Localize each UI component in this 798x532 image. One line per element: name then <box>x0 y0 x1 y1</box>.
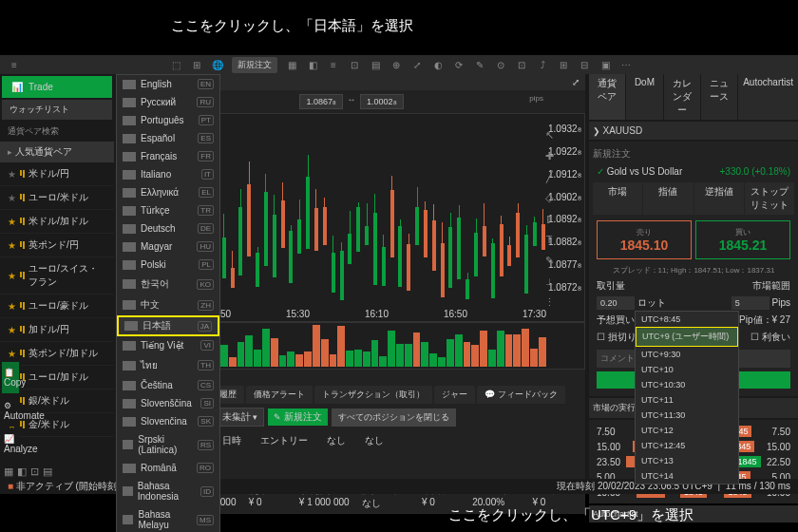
bottom-tab[interactable]: 価格アラート <box>246 386 313 404</box>
timezone-item[interactable]: UTC+13 <box>636 453 738 468</box>
more-tool[interactable]: ⋮ <box>542 296 557 312</box>
line-tool[interactable]: ╱ <box>542 171 557 186</box>
language-item[interactable]: Srpski (Latinica)RS <box>117 430 219 459</box>
pair-row[interactable]: ★加ドル/円 <box>0 318 114 342</box>
sell-button[interactable]: 売り1845.10 <box>597 220 692 259</box>
language-item[interactable]: Tiếng ViệtVI <box>117 336 219 354</box>
language-item[interactable]: ItalianoIT <box>117 165 219 183</box>
bottom-tab[interactable]: トランザクション（取引） <box>314 386 432 404</box>
language-item[interactable]: EnglishEN <box>117 75 219 93</box>
language-item[interactable]: ČeštinaCS <box>117 376 219 394</box>
right-tab[interactable]: 通貨ペア <box>589 74 625 120</box>
draw-tool[interactable]: ✎ <box>542 255 557 270</box>
pair-row[interactable]: ★米ドル/円 <box>0 162 114 186</box>
pair-row[interactable]: ★ユーロ/豪ドル <box>0 294 114 318</box>
order-tab[interactable]: 逆指値 <box>694 182 744 215</box>
language-item[interactable]: SlovenščinaSI <box>117 394 219 412</box>
cursor-icon[interactable]: ⬚ <box>169 58 182 71</box>
agg-select[interactable]: 未集計 ▾ <box>216 408 265 427</box>
tool-icon[interactable]: ▦ <box>285 58 298 71</box>
language-item[interactable]: PortuguêsPT <box>117 111 219 129</box>
layout-icon[interactable]: ⊞ <box>190 58 203 71</box>
timezone-item[interactable]: UTC+10 <box>636 362 738 377</box>
analyze-button[interactable]: 📈 Analyze <box>2 428 19 460</box>
timezone-item[interactable]: UTC+14 <box>636 468 738 484</box>
language-item[interactable]: Bahasa MelayuMS <box>117 505 219 532</box>
language-item[interactable]: RomânăRO <box>117 459 219 477</box>
timezone-item[interactable]: UTC+9:30 <box>636 347 738 362</box>
language-item[interactable]: FrançaisFR <box>117 147 219 165</box>
tool-icon[interactable]: ⊙ <box>494 58 507 71</box>
tool-icon[interactable]: ◧ <box>306 58 319 71</box>
tool-icon[interactable]: ⊡ <box>348 58 361 71</box>
right-tab[interactable]: ニュース <box>701 74 737 120</box>
text-tool[interactable]: T <box>542 234 557 249</box>
pair-row[interactable]: ★ユーロ/米ドル <box>0 186 114 210</box>
pair-row[interactable]: ★ユーロ/スイス・フラン <box>0 257 114 294</box>
language-item[interactable]: DeutschDE <box>117 219 219 238</box>
close-all-button[interactable]: すべてのポジションを閉じる <box>332 408 456 427</box>
qty-input[interactable]: 0.20 <box>597 296 635 310</box>
tool-icon[interactable]: ⊕ <box>390 58 403 71</box>
order-tab[interactable]: 市場 <box>593 182 642 215</box>
language-item[interactable]: TürkçeTR <box>117 201 219 219</box>
right-tab[interactable]: カレンダー <box>664 74 700 120</box>
tool-icon[interactable]: ⤴ <box>536 58 549 71</box>
expand-icon[interactable]: ⤢ <box>572 77 580 87</box>
timezone-item[interactable]: UTC+8:45 <box>636 312 738 327</box>
tool-icon[interactable]: ⊞ <box>557 58 570 71</box>
language-icon[interactable]: 🌐 <box>211 58 224 71</box>
tool-icon[interactable]: ⊡ <box>515 58 528 71</box>
tool-icon[interactable]: ⊟ <box>578 58 591 71</box>
language-item[interactable]: ΕλληνικάEL <box>117 183 219 201</box>
tool-icon[interactable]: ⋯ <box>619 58 633 71</box>
bottom-tab[interactable]: ジャー <box>434 386 475 404</box>
timezone-item[interactable]: UTC+12:45 <box>636 438 738 453</box>
language-item[interactable]: 한국어KO <box>117 274 219 294</box>
language-item[interactable]: 日本語JA <box>117 315 219 336</box>
cursor-tool[interactable]: ↖ <box>542 129 557 144</box>
copy-button[interactable]: 📋 Copy <box>2 362 19 393</box>
order-tab[interactable]: ストップリミット <box>745 182 794 215</box>
symbol-select[interactable]: ❯ XAUUSD <box>589 122 798 140</box>
tool-icon[interactable]: ✎ <box>473 58 486 71</box>
search-input[interactable]: 通貨ペア検索 <box>0 122 114 142</box>
language-item[interactable]: Bahasa IndonesiaID <box>117 477 219 505</box>
language-item[interactable]: РусскийRU <box>117 93 219 111</box>
measure-tool[interactable]: ⟂ <box>542 276 557 291</box>
watchlist-header[interactable]: ウォッチリスト <box>2 100 112 120</box>
timezone-item[interactable]: UTC+10:30 <box>636 377 738 392</box>
automate-button[interactable]: ⚙ Automate <box>2 395 19 427</box>
timezone-item[interactable]: UTC+11 <box>636 392 738 408</box>
menu-icon[interactable]: ≡ <box>8 58 21 71</box>
tool-icon[interactable]: ⤢ <box>410 58 424 71</box>
right-tab[interactable]: DoM <box>626 74 662 120</box>
timezone-item[interactable]: UTC+12 <box>636 423 738 438</box>
timezone-item[interactable]: UTC+11:30 <box>636 408 738 423</box>
fib-tool[interactable]: ⫿ <box>542 213 557 228</box>
new-order-button[interactable]: ✎ 新規注文 <box>268 408 328 426</box>
timezone-item[interactable]: UTC+9 (ユーザー時間) <box>636 327 738 347</box>
pair-row[interactable]: ★米ドル/加ドル <box>0 210 114 234</box>
cross-tool[interactable]: ✚ <box>542 150 557 165</box>
pair-row[interactable]: ★英ポンド/円 <box>0 234 114 257</box>
shape-tool[interactable]: ◇ <box>542 192 557 207</box>
new-order-button[interactable]: 新規注文 <box>232 57 277 73</box>
bottom-tab[interactable]: 💬 フィードバック <box>477 386 565 404</box>
order-tab[interactable]: 指値 <box>643 182 693 215</box>
right-tab[interactable]: Autochartist <box>738 74 798 120</box>
tool-icon[interactable]: ▣ <box>598 58 612 71</box>
tool-icon[interactable]: ▤ <box>369 58 382 71</box>
language-item[interactable]: MagyarHU <box>117 238 219 256</box>
trade-button[interactable]: 📊Trade <box>2 76 112 98</box>
language-item[interactable]: ไทยTH <box>117 354 219 376</box>
tool-icon[interactable]: ≡ <box>327 58 340 71</box>
buy-button[interactable]: 買い1845.21 <box>695 220 790 259</box>
language-item[interactable]: EspañolES <box>117 129 219 147</box>
tool-icon[interactable]: ◐ <box>431 58 445 71</box>
language-item[interactable]: PolskiPL <box>117 256 219 274</box>
range-input[interactable]: 5 <box>732 296 770 310</box>
language-item[interactable]: 中文ZH <box>117 294 219 315</box>
language-item[interactable]: SlovenčinaSK <box>117 412 219 430</box>
tool-icon[interactable]: ⟳ <box>452 58 466 71</box>
